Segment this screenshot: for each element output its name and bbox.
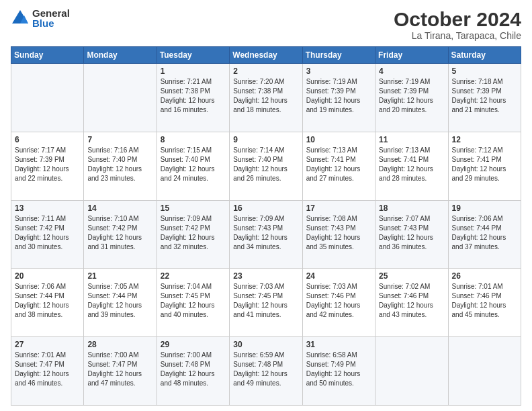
day-number: 2 (233, 66, 298, 76)
day-cell: 17Sunrise: 7:08 AM Sunset: 7:43 PM Dayli… (302, 200, 375, 269)
logo-icon (11, 9, 30, 28)
day-cell: 7Sunrise: 7:16 AM Sunset: 7:40 PM Daylig… (84, 132, 157, 200)
day-number: 29 (161, 340, 226, 349)
day-cell: 23Sunrise: 7:03 AM Sunset: 7:45 PM Dayli… (230, 269, 302, 337)
day-number: 4 (379, 66, 444, 76)
day-number: 12 (452, 135, 517, 144)
day-cell: 19Sunrise: 7:06 AM Sunset: 7:44 PM Dayli… (448, 200, 521, 269)
day-info: Sunrise: 7:16 AM Sunset: 7:40 PM Dayligh… (87, 146, 152, 183)
day-number: 21 (87, 271, 152, 281)
day-number: 3 (306, 66, 371, 76)
day-cell: 4Sunrise: 7:19 AM Sunset: 7:39 PM Daylig… (375, 64, 448, 132)
day-number: 19 (452, 203, 517, 213)
calendar-header: Sunday Monday Tuesday Wednesday Thursday… (11, 47, 521, 64)
day-number: 13 (15, 203, 80, 213)
day-info: Sunrise: 7:02 AM Sunset: 7:46 PM Dayligh… (379, 282, 444, 320)
day-cell: 26Sunrise: 7:01 AM Sunset: 7:46 PM Dayli… (448, 269, 521, 337)
day-cell: 1Sunrise: 7:21 AM Sunset: 7:38 PM Daylig… (157, 64, 229, 132)
day-info: Sunrise: 7:11 AM Sunset: 7:42 PM Dayligh… (15, 214, 80, 252)
day-cell: 3Sunrise: 7:19 AM Sunset: 7:39 PM Daylig… (302, 64, 375, 132)
day-info: Sunrise: 7:01 AM Sunset: 7:47 PM Dayligh… (15, 351, 80, 388)
day-cell: 10Sunrise: 7:13 AM Sunset: 7:41 PM Dayli… (302, 132, 375, 200)
day-number: 16 (233, 203, 298, 213)
day-cell: 5Sunrise: 7:18 AM Sunset: 7:39 PM Daylig… (448, 64, 521, 132)
day-info: Sunrise: 7:13 AM Sunset: 7:41 PM Dayligh… (379, 146, 444, 183)
day-info: Sunrise: 7:09 AM Sunset: 7:42 PM Dayligh… (161, 214, 226, 252)
day-info: Sunrise: 7:17 AM Sunset: 7:39 PM Dayligh… (15, 146, 80, 183)
day-number: 23 (233, 271, 298, 281)
logo: General Blue (11, 8, 70, 28)
day-number: 26 (452, 271, 517, 281)
calendar-body: 1Sunrise: 7:21 AM Sunset: 7:38 PM Daylig… (11, 64, 521, 406)
day-number: 25 (379, 271, 444, 281)
day-number: 18 (379, 203, 444, 213)
day-cell: 9Sunrise: 7:14 AM Sunset: 7:40 PM Daylig… (230, 132, 302, 200)
day-number: 6 (15, 135, 80, 144)
day-info: Sunrise: 7:06 AM Sunset: 7:44 PM Dayligh… (452, 214, 517, 252)
calendar-table: Sunday Monday Tuesday Wednesday Thursday… (11, 46, 521, 406)
col-wednesday: Wednesday (230, 47, 302, 64)
day-number: 24 (306, 271, 371, 281)
day-cell: 30Sunrise: 6:59 AM Sunset: 7:48 PM Dayli… (230, 337, 302, 406)
week-row-2: 6Sunrise: 7:17 AM Sunset: 7:39 PM Daylig… (11, 132, 521, 200)
col-friday: Friday (375, 47, 448, 64)
week-row-3: 13Sunrise: 7:11 AM Sunset: 7:42 PM Dayli… (11, 200, 521, 269)
day-number: 8 (161, 135, 226, 144)
day-cell: 13Sunrise: 7:11 AM Sunset: 7:42 PM Dayli… (11, 200, 84, 269)
day-cell: 18Sunrise: 7:07 AM Sunset: 7:43 PM Dayli… (375, 200, 448, 269)
day-cell (448, 337, 521, 406)
week-row-5: 27Sunrise: 7:01 AM Sunset: 7:47 PM Dayli… (11, 337, 521, 406)
title-block: October 2024 La Tirana, Tarapaca, Chile (394, 8, 521, 41)
logo-general: General (32, 8, 70, 18)
day-number: 27 (15, 340, 80, 349)
day-info: Sunrise: 7:01 AM Sunset: 7:46 PM Dayligh… (452, 282, 517, 320)
logo-blue: Blue (32, 18, 70, 28)
week-row-4: 20Sunrise: 7:06 AM Sunset: 7:44 PM Dayli… (11, 269, 521, 337)
day-info: Sunrise: 7:18 AM Sunset: 7:39 PM Dayligh… (452, 77, 517, 115)
day-number: 5 (452, 66, 517, 76)
col-thursday: Thursday (302, 47, 375, 64)
day-info: Sunrise: 7:00 AM Sunset: 7:48 PM Dayligh… (161, 351, 226, 388)
day-info: Sunrise: 7:21 AM Sunset: 7:38 PM Dayligh… (161, 77, 226, 115)
day-cell: 31Sunrise: 6:58 AM Sunset: 7:49 PM Dayli… (302, 337, 375, 406)
day-cell: 27Sunrise: 7:01 AM Sunset: 7:47 PM Dayli… (11, 337, 84, 406)
day-cell: 12Sunrise: 7:12 AM Sunset: 7:41 PM Dayli… (448, 132, 521, 200)
day-cell: 15Sunrise: 7:09 AM Sunset: 7:42 PM Dayli… (157, 200, 229, 269)
day-info: Sunrise: 7:03 AM Sunset: 7:46 PM Dayligh… (306, 282, 371, 320)
day-number: 14 (87, 203, 152, 213)
logo-text: General Blue (32, 8, 70, 28)
day-info: Sunrise: 7:10 AM Sunset: 7:42 PM Dayligh… (87, 214, 152, 252)
day-number: 20 (15, 271, 80, 281)
day-info: Sunrise: 7:20 AM Sunset: 7:38 PM Dayligh… (233, 77, 298, 115)
day-cell: 28Sunrise: 7:00 AM Sunset: 7:47 PM Dayli… (84, 337, 157, 406)
day-cell: 25Sunrise: 7:02 AM Sunset: 7:46 PM Dayli… (375, 269, 448, 337)
day-cell (375, 337, 448, 406)
day-number: 10 (306, 135, 371, 144)
subtitle: La Tirana, Tarapaca, Chile (394, 30, 521, 41)
day-cell (84, 64, 157, 132)
day-cell: 8Sunrise: 7:15 AM Sunset: 7:40 PM Daylig… (157, 132, 229, 200)
col-monday: Monday (84, 47, 157, 64)
header: General Blue October 2024 La Tirana, Tar… (11, 8, 521, 41)
day-cell: 22Sunrise: 7:04 AM Sunset: 7:45 PM Dayli… (157, 269, 229, 337)
day-info: Sunrise: 7:09 AM Sunset: 7:43 PM Dayligh… (233, 214, 298, 252)
page: General Blue October 2024 La Tirana, Tar… (0, 0, 532, 411)
day-number: 31 (306, 340, 371, 349)
day-cell: 29Sunrise: 7:00 AM Sunset: 7:48 PM Dayli… (157, 337, 229, 406)
day-number: 28 (87, 340, 152, 349)
day-number: 22 (161, 271, 226, 281)
day-number: 1 (161, 66, 226, 76)
col-saturday: Saturday (448, 47, 521, 64)
day-cell: 14Sunrise: 7:10 AM Sunset: 7:42 PM Dayli… (84, 200, 157, 269)
day-cell: 16Sunrise: 7:09 AM Sunset: 7:43 PM Dayli… (230, 200, 302, 269)
day-number: 7 (87, 135, 152, 144)
day-info: Sunrise: 7:05 AM Sunset: 7:44 PM Dayligh… (87, 282, 152, 320)
day-info: Sunrise: 7:08 AM Sunset: 7:43 PM Dayligh… (306, 214, 371, 252)
day-info: Sunrise: 6:58 AM Sunset: 7:49 PM Dayligh… (306, 351, 371, 388)
day-number: 15 (161, 203, 226, 213)
col-tuesday: Tuesday (157, 47, 229, 64)
day-info: Sunrise: 7:06 AM Sunset: 7:44 PM Dayligh… (15, 282, 80, 320)
day-cell (11, 64, 84, 132)
main-title: October 2024 (394, 8, 521, 30)
week-row-1: 1Sunrise: 7:21 AM Sunset: 7:38 PM Daylig… (11, 64, 521, 132)
